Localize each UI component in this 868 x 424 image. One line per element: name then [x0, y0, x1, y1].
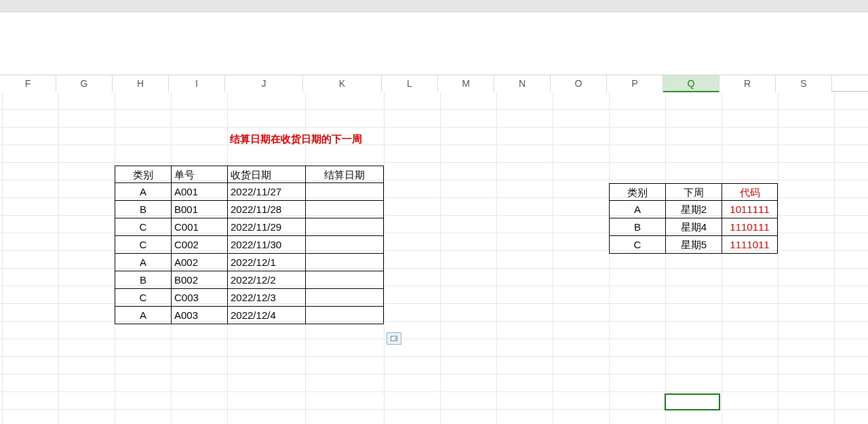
- left-table-cell-r3-c1[interactable]: C002: [171, 236, 227, 254]
- left-table-cell-r7-c2[interactable]: 2022/12/4: [227, 307, 305, 324]
- left-table-cell-r2-c3[interactable]: [305, 218, 384, 236]
- left-table-cell-r2-c2[interactable]: 2022/11/29: [227, 218, 305, 236]
- left-table-cell-r5-c1[interactable]: B002: [171, 271, 227, 289]
- left-table-cell-r3-c2[interactable]: 2022/11/30: [227, 236, 305, 254]
- left-table-cell-r2-c1[interactable]: C001: [171, 218, 227, 236]
- left-table-cell-r0-c3[interactable]: [305, 183, 384, 201]
- left-table-header-0[interactable]: 类别: [115, 166, 171, 183]
- left-table-cell-r0-c1[interactable]: A001: [171, 183, 227, 201]
- column-header-Q[interactable]: Q: [663, 75, 719, 92]
- left-table-cell-r6-c3[interactable]: [305, 289, 384, 307]
- left-table-header-3[interactable]: 结算日期: [305, 166, 384, 183]
- right-table-header-1[interactable]: 下周: [665, 183, 722, 201]
- column-header-K[interactable]: K: [303, 75, 382, 92]
- right-table-header-2[interactable]: 代码: [722, 183, 778, 201]
- right-table-cell-r0-c2[interactable]: 1011111: [722, 201, 778, 218]
- left-table-cell-r4-c3[interactable]: [305, 254, 384, 271]
- left-table-cell-r6-c1[interactable]: C003: [171, 289, 227, 307]
- column-header-F[interactable]: F: [0, 75, 56, 92]
- column-header-I[interactable]: I: [169, 75, 225, 92]
- right-table-cell-r1-c0[interactable]: B: [609, 218, 665, 236]
- right-table-header-0[interactable]: 类别: [609, 183, 665, 201]
- column-header-M[interactable]: M: [438, 75, 494, 92]
- ribbon-collapsed-bar: [0, 0, 868, 12]
- note-text: 结算日期在收货日期的下一周: [227, 130, 365, 148]
- right-table-cell-r2-c1[interactable]: 星期5: [665, 236, 722, 254]
- left-table-cell-r1-c0[interactable]: B: [115, 201, 171, 218]
- column-header-O[interactable]: O: [551, 75, 607, 92]
- right-table-cell-r1-c2[interactable]: 1110111: [722, 218, 778, 236]
- left-table-cell-r5-c2[interactable]: 2022/12/2: [227, 271, 305, 289]
- column-header-J[interactable]: J: [225, 75, 303, 92]
- column-header-S[interactable]: S: [776, 75, 832, 92]
- right-table-cell-r0-c1[interactable]: 星期2: [665, 201, 722, 218]
- left-table-cell-r6-c2[interactable]: 2022/12/3: [227, 289, 305, 307]
- left-table-cell-r4-c0[interactable]: A: [115, 254, 171, 271]
- left-table-cell-r5-c0[interactable]: B: [115, 271, 171, 289]
- left-table-cell-r0-c0[interactable]: A: [115, 183, 171, 201]
- column-headers[interactable]: FGHIJKLMNOPQRS: [0, 75, 868, 92]
- left-table-cell-r3-c0[interactable]: C: [115, 236, 171, 254]
- column-header-N[interactable]: N: [494, 75, 551, 92]
- column-header-L[interactable]: L: [382, 75, 438, 92]
- left-table-cell-r7-c3[interactable]: [305, 307, 384, 324]
- column-header-H[interactable]: H: [113, 75, 169, 92]
- column-header-G[interactable]: G: [56, 75, 113, 92]
- left-table-cell-r4-c1[interactable]: A002: [171, 254, 227, 271]
- left-table-cell-r6-c0[interactable]: C: [115, 289, 171, 307]
- right-table-cell-r1-c1[interactable]: 星期4: [665, 218, 722, 236]
- left-table-header-2[interactable]: 收货日期: [227, 166, 305, 183]
- left-table-cell-r1-c1[interactable]: B001: [171, 201, 227, 218]
- left-table-cell-r7-c1[interactable]: A003: [171, 307, 227, 324]
- column-header-P[interactable]: P: [607, 75, 663, 92]
- left-table-header-1[interactable]: 单号: [171, 166, 227, 183]
- left-table-cell-r7-c0[interactable]: A: [115, 307, 171, 324]
- left-table-cell-r2-c0[interactable]: C: [115, 218, 171, 236]
- right-table-cell-r2-c0[interactable]: C: [609, 236, 665, 254]
- left-table-cell-r3-c3[interactable]: [305, 236, 384, 254]
- column-header-R[interactable]: R: [719, 75, 776, 92]
- left-table-cell-r0-c2[interactable]: 2022/11/27: [227, 183, 305, 201]
- left-table-cell-r1-c2[interactable]: 2022/11/28: [227, 201, 305, 218]
- right-table-cell-r2-c2[interactable]: 1111011: [722, 236, 778, 254]
- left-table-cell-r5-c3[interactable]: [305, 271, 384, 289]
- left-table-cell-r4-c2[interactable]: 2022/12/1: [227, 254, 305, 271]
- right-table-cell-r0-c0[interactable]: A: [609, 201, 665, 218]
- paste-options-icon[interactable]: +: [387, 332, 401, 345]
- left-table-cell-r1-c3[interactable]: [305, 201, 384, 218]
